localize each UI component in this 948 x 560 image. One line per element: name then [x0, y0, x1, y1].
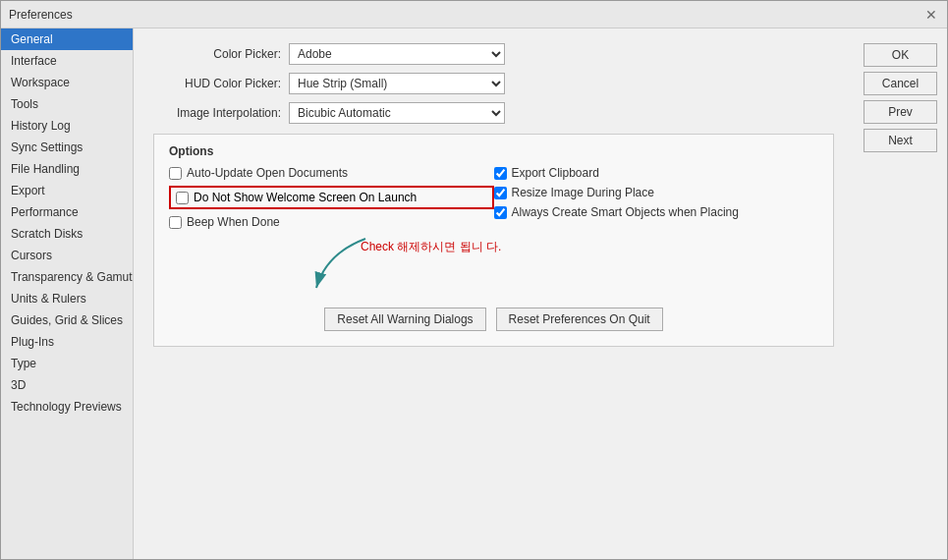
welcome-screen-label: Do Not Show Welcome Screen On Launch	[194, 191, 417, 204]
content-area: GeneralInterfaceWorkspaceToolsHistory Lo…	[1, 28, 947, 559]
sidebar-item-plug-ins[interactable]: Plug-Ins	[1, 331, 133, 353]
resize-image-label: Resize Image During Place	[512, 186, 654, 199]
options-title: Options	[169, 144, 818, 158]
hud-color-picker-select[interactable]: Hue Strip (Small)	[289, 73, 505, 94]
auto-update-label: Auto-Update Open Documents	[187, 166, 348, 180]
option-beep: Beep When Done	[169, 215, 494, 229]
option-resize-image: Resize Image During Place	[494, 186, 819, 199]
color-picker-label: Color Picker:	[153, 47, 281, 61]
image-interpolation-label: Image Interpolation:	[153, 106, 281, 120]
image-interpolation-select[interactable]: Bicubic Automatic	[289, 102, 505, 124]
main-content: Color Picker: Adobe HUD Color Picker: Hu…	[134, 28, 854, 559]
beep-checkbox[interactable]	[169, 216, 182, 229]
options-col-2: Export Clipboard Resize Image During Pla…	[494, 166, 819, 229]
resize-image-checkbox[interactable]	[494, 187, 507, 199]
title-bar: Preferences ✕	[1, 1, 947, 28]
sidebar: GeneralInterfaceWorkspaceToolsHistory Lo…	[1, 28, 134, 559]
sidebar-item-workspace[interactable]: Workspace	[1, 72, 133, 93]
sidebar-item-file-handling[interactable]: File Handling	[1, 158, 133, 180]
beep-label: Beep When Done	[187, 215, 280, 229]
sidebar-item-general[interactable]: General	[1, 28, 133, 50]
export-clipboard-checkbox[interactable]	[494, 167, 507, 180]
auto-update-checkbox[interactable]	[169, 167, 182, 180]
option-auto-update: Auto-Update Open Documents	[169, 166, 494, 180]
options-group: Options Auto-Update Open Documents Do No…	[153, 134, 834, 347]
sidebar-item-export[interactable]: Export	[1, 180, 133, 201]
welcome-screen-highlighted-box: Do Not Show Welcome Screen On Launch	[169, 186, 494, 209]
sidebar-item-technology-previews[interactable]: Technology Previews	[1, 396, 133, 418]
sidebar-item-interface[interactable]: Interface	[1, 50, 133, 72]
color-picker-select[interactable]: Adobe	[289, 43, 505, 65]
options-row: Auto-Update Open Documents Do Not Show W…	[169, 166, 818, 229]
cancel-button[interactable]: Cancel	[864, 72, 937, 95]
color-picker-row: Color Picker: Adobe	[153, 43, 834, 65]
preferences-window: Preferences ✕ GeneralInterfaceWorkspaceT…	[0, 0, 948, 560]
sidebar-item-guides-grid--slices[interactable]: Guides, Grid & Slices	[1, 309, 133, 331]
reset-warning-button[interactable]: Reset All Warning Dialogs	[324, 308, 485, 331]
sidebar-item-tools[interactable]: Tools	[1, 93, 133, 115]
sidebar-item-history-log[interactable]: History Log	[1, 115, 133, 137]
options-col-1: Auto-Update Open Documents Do Not Show W…	[169, 166, 494, 229]
smart-objects-label: Always Create Smart Objects when Placing	[512, 205, 739, 219]
sidebar-item-sync-settings[interactable]: Sync Settings	[1, 137, 133, 158]
annotation-container: Check 해제하시면 됩니 다.	[169, 234, 818, 293]
hud-color-picker-row: HUD Color Picker: Hue Strip (Small)	[153, 73, 834, 94]
ok-button[interactable]: OK	[864, 43, 937, 67]
option-export-clipboard: Export Clipboard	[494, 166, 819, 180]
reset-prefs-button[interactable]: Reset Preferences On Quit	[496, 308, 663, 331]
sidebar-item-performance[interactable]: Performance	[1, 201, 133, 223]
sidebar-item-3d[interactable]: 3D	[1, 374, 133, 396]
sidebar-item-units--rulers[interactable]: Units & Rulers	[1, 288, 133, 309]
window-title: Preferences	[9, 8, 73, 22]
sidebar-item-transparency--gamut[interactable]: Transparency & Gamut	[1, 266, 133, 288]
hud-color-picker-label: HUD Color Picker:	[153, 77, 281, 90]
options-buttons-row: Reset All Warning Dialogs Reset Preferen…	[169, 308, 818, 331]
sidebar-item-type[interactable]: Type	[1, 353, 133, 374]
annotation-text: Check 해제하시면 됩니 다.	[361, 239, 501, 255]
option-smart-objects: Always Create Smart Objects when Placing	[494, 205, 819, 219]
prev-button[interactable]: Prev	[864, 100, 937, 124]
right-buttons-panel: OK Cancel Prev Next	[854, 28, 947, 559]
welcome-screen-checkbox[interactable]	[176, 192, 189, 204]
export-clipboard-label: Export Clipboard	[512, 166, 599, 180]
sidebar-item-cursors[interactable]: Cursors	[1, 245, 133, 266]
next-button[interactable]: Next	[864, 129, 937, 152]
close-button[interactable]: ✕	[923, 7, 939, 23]
smart-objects-checkbox[interactable]	[494, 206, 507, 219]
sidebar-item-scratch-disks[interactable]: Scratch Disks	[1, 223, 133, 245]
image-interpolation-row: Image Interpolation: Bicubic Automatic	[153, 102, 834, 124]
